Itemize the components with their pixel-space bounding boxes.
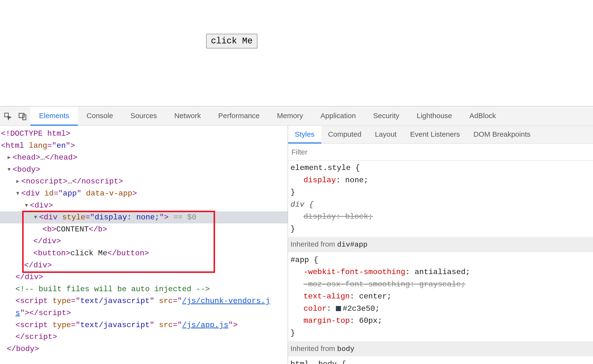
collapse-icon[interactable]: ▾ [24, 200, 30, 212]
tab-application[interactable]: Application [312, 107, 364, 126]
color-chip-icon[interactable] [336, 306, 341, 311]
svg-rect-1 [19, 113, 24, 118]
dom-script-1b[interactable]: s"></script> [0, 307, 288, 319]
expand-icon[interactable]: ▸ [15, 175, 21, 188]
tab-elements[interactable]: Elements [30, 107, 78, 126]
styles-filter-input[interactable] [291, 148, 590, 156]
dom-doctype[interactable]: <!DOCTYPE html> [1, 129, 70, 138]
devtools: Elements Console Sources Network Perform… [0, 106, 593, 364]
expand-icon[interactable]: ▸ [7, 152, 13, 164]
rule-selector-html-body[interactable]: html, body { [290, 360, 346, 364]
dom-comment[interactable]: <!-- built files will be auto injected -… [15, 285, 210, 294]
tab-memory[interactable]: Memory [268, 107, 312, 126]
collapse-icon[interactable]: ▾ [33, 211, 39, 223]
tab-adblock[interactable]: AdBlock [461, 107, 505, 126]
tab-computed[interactable]: Computed [321, 126, 368, 143]
devtools-main-tab-bar: Elements Console Sources Network Perform… [0, 107, 593, 126]
dom-script-2[interactable]: <script type="text/javascript" src="/js/… [0, 319, 288, 331]
rule-selector-div[interactable]: div { [290, 200, 314, 209]
dom-app-div[interactable]: <div id="app" data-v-app> [21, 189, 137, 198]
dom-close-div[interactable]: </div> [15, 273, 43, 282]
tab-security[interactable]: Security [364, 107, 408, 126]
collapse-icon[interactable]: ▾ [7, 164, 13, 176]
dom-inner-div[interactable]: <div> [30, 201, 53, 210]
tab-console[interactable]: Console [78, 107, 122, 126]
collapse-icon[interactable]: ▾ [15, 188, 21, 200]
tab-network[interactable]: Network [166, 107, 209, 126]
rendered-page-viewport: click Me [0, 0, 593, 106]
styles-rules[interactable]: element.style { display: none; } div { d… [288, 161, 593, 364]
dom-html-open[interactable]: <html lang="en"> [1, 141, 75, 150]
tab-lighthouse[interactable]: Lighthouse [408, 107, 461, 126]
dom-head[interactable]: <head> [13, 153, 40, 162]
styles-sub-tab-bar: Styles Computed Layout Event Listeners D… [288, 126, 593, 144]
inherited-from-body: Inherited from body [288, 341, 593, 356]
dom-selected-node[interactable]: ▾<div style="display: none;"> == $0 [0, 211, 288, 223]
tab-event-listeners[interactable]: Event Listeners [403, 126, 467, 143]
dom-close-div[interactable]: </div> [33, 237, 61, 246]
device-toolbar-icon[interactable] [17, 111, 28, 121]
tab-styles[interactable]: Styles [288, 126, 321, 143]
elements-panel[interactable]: <!DOCTYPE html> <html lang="en"> ▸<head>… [0, 126, 288, 364]
click-me-button[interactable]: click Me [206, 34, 257, 48]
dom-close-div[interactable]: </div> [24, 261, 52, 270]
tab-sources[interactable]: Sources [122, 107, 166, 126]
dom-script-1[interactable]: <script type="text/javascript" src="/js/… [0, 295, 288, 307]
dom-body-open[interactable]: <body> [13, 165, 40, 174]
rule-selector-element-style[interactable]: element.style { [290, 163, 360, 172]
dom-body-close[interactable]: </body> [7, 344, 39, 353]
dom-button-node[interactable]: <button>click Me</button> [0, 247, 288, 259]
rule-selector-app[interactable]: #app { [290, 256, 318, 264]
dom-script-close[interactable]: </script> [15, 332, 57, 341]
tab-performance[interactable]: Performance [209, 107, 268, 126]
dom-tree[interactable]: <!DOCTYPE html> <html lang="en"> ▸<head>… [0, 126, 288, 355]
styles-filter-row [288, 144, 593, 161]
inspect-element-icon[interactable] [2, 111, 13, 121]
tab-dom-breakpoints[interactable]: DOM Breakpoints [467, 126, 537, 143]
dom-noscript[interactable]: <noscript> [21, 177, 67, 186]
dom-content-b[interactable]: <b>CONTENT</b> [0, 223, 288, 236]
styles-panel: Styles Computed Layout Event Listeners D… [288, 126, 593, 364]
inherited-from-app: Inherited from div#app [288, 237, 593, 252]
tab-layout[interactable]: Layout [368, 126, 403, 143]
